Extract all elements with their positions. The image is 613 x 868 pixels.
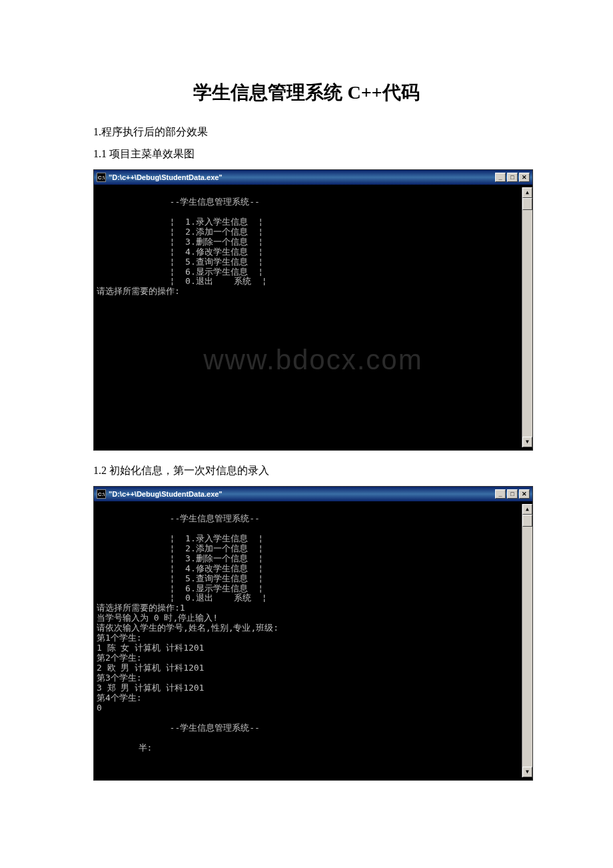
titlebar: C:\ "D:\c++\Debug\StudentData.exe" _ □ ✕ [94, 487, 532, 501]
console-content: --学生信息管理系统-- ¦ 1.录入学生信息 ¦ ¦ 2.添加一个信息 ¦ ¦… [97, 187, 522, 447]
scroll-thumb[interactable] [522, 515, 532, 527]
window-buttons: _ □ ✕ [495, 173, 530, 182]
maximize-button[interactable]: □ [507, 489, 518, 499]
menu-footer: --学生信息管理系统-- [97, 723, 260, 733]
console-body: --学生信息管理系统-- ¦ 1.录入学生信息 ¦ ¦ 2.添加一个信息 ¦ ¦… [94, 501, 532, 780]
minimize-button[interactable]: _ [495, 489, 506, 499]
maximize-button[interactable]: □ [507, 173, 518, 182]
minimize-button[interactable]: _ [495, 173, 506, 182]
menu-header: --学生信息管理系统-- [97, 197, 260, 207]
console-window-2: C:\ "D:\c++\Debug\StudentData.exe" _ □ ✕… [93, 486, 533, 781]
scrollbar[interactable]: ▲ ▼ [522, 187, 532, 447]
scrollbar[interactable]: ▲ ▼ [522, 504, 532, 777]
close-button[interactable]: ✕ [519, 489, 530, 499]
menu-header: --学生信息管理系统-- [97, 513, 260, 523]
scroll-down-button[interactable]: ▼ [522, 767, 532, 777]
console-body: --学生信息管理系统-- ¦ 1.录入学生信息 ¦ ¦ 2.添加一个信息 ¦ ¦… [94, 185, 532, 450]
titlebar-title: "D:\c++\Debug\StudentData.exe" [109, 490, 495, 498]
window-buttons: _ □ ✕ [495, 489, 530, 499]
session-body: 请选择所需要的操作:1 当学号输入为 0 时,停止输入! 请依次输入学生的学号,… [97, 603, 279, 712]
menu-items: ¦ 1.录入学生信息 ¦ ¦ 2.添加一个信息 ¦ ¦ 3.删除一个信息 ¦ ¦… [97, 217, 267, 287]
close-button[interactable]: ✕ [519, 173, 530, 182]
section-1-1: 1.1 项目主菜单效果图 [93, 147, 520, 161]
scroll-thumb[interactable] [522, 198, 532, 210]
titlebar: C:\ "D:\c++\Debug\StudentData.exe" _ □ ✕ [94, 170, 532, 185]
scroll-down-button[interactable]: ▼ [522, 437, 532, 447]
cmd-icon: C:\ [97, 489, 106, 499]
page-title: 学生信息管理系统 C++代码 [93, 80, 520, 105]
scroll-up-button[interactable]: ▲ [522, 504, 532, 515]
cmd-icon: C:\ [97, 173, 106, 182]
scroll-track[interactable] [522, 515, 532, 767]
prompt: 请选择所需要的操作: [97, 286, 180, 296]
console-content: --学生信息管理系统-- ¦ 1.录入学生信息 ¦ ¦ 2.添加一个信息 ¦ ¦… [97, 504, 522, 777]
watermark: www.bdocx.com [203, 344, 422, 376]
console-window-1: C:\ "D:\c++\Debug\StudentData.exe" _ □ ✕… [93, 169, 533, 451]
section-1-2: 1.2 初始化信息，第一次对信息的录入 [93, 464, 520, 478]
titlebar-title: "D:\c++\Debug\StudentData.exe" [109, 173, 495, 181]
scroll-up-button[interactable]: ▲ [522, 187, 532, 198]
scroll-track[interactable] [522, 198, 532, 437]
section-1: 1.程序执行后的部分效果 [93, 125, 520, 139]
partial-line: 半: [97, 743, 152, 753]
menu-items: ¦ 1.录入学生信息 ¦ ¦ 2.添加一个信息 ¦ ¦ 3.删除一个信息 ¦ ¦… [97, 533, 267, 603]
